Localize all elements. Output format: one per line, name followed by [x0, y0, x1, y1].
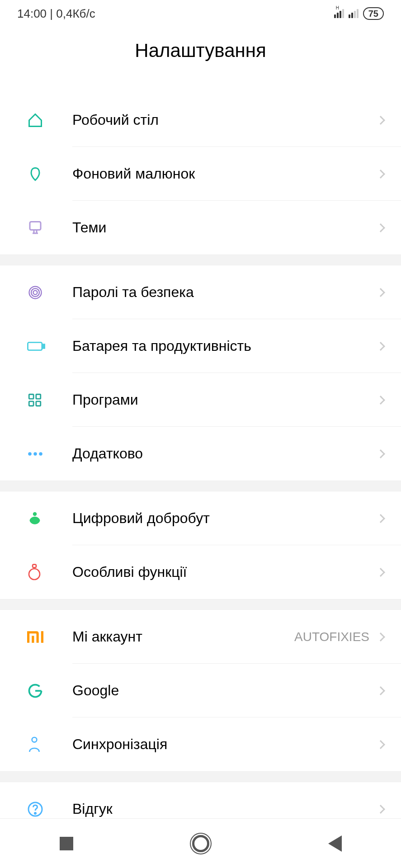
settings-row-sync[interactable]: Синхронізація [0, 717, 401, 771]
svg-rect-14 [33, 564, 36, 567]
google-icon [27, 683, 72, 699]
status-speed: 0,4Кб/с [56, 7, 95, 20]
wellbeing-icon [27, 511, 72, 526]
special-icon [27, 564, 72, 581]
svg-point-13 [33, 512, 37, 516]
chevron-right-icon [376, 686, 385, 695]
chevron-right-icon [376, 396, 385, 405]
svg-point-15 [29, 569, 40, 580]
svg-rect-9 [36, 401, 41, 406]
status-time: 14:00 [17, 7, 47, 20]
recent-apps-button[interactable] [60, 837, 73, 850]
chevron-right-icon [376, 288, 385, 297]
settings-row-google[interactable]: Google [0, 664, 401, 717]
row-label: Відгук [72, 801, 377, 817]
battery-icon: 75 [363, 7, 384, 20]
svg-rect-5 [42, 344, 44, 348]
sync-icon [27, 736, 72, 753]
row-label: Google [72, 682, 377, 699]
page-header: Налаштування [0, 27, 401, 80]
svg-rect-4 [28, 342, 42, 350]
status-left: 14:00 | 0,4Кб/с [17, 7, 95, 21]
settings-group: Робочий стілФоновий малюнокТеми [0, 93, 401, 255]
settings-group: Цифровий добробутОсобливі функції [0, 491, 401, 599]
chevron-right-icon [376, 632, 385, 642]
settings-group: Мі аккаунтAUTOFIXIESGoogleСинхронізація [0, 610, 401, 771]
row-label: Фоновий малюнок [72, 165, 377, 182]
fingerprint-icon [27, 284, 72, 301]
settings-row-themes[interactable]: Теми [0, 201, 401, 255]
svg-point-18 [32, 737, 37, 742]
svg-point-20 [35, 812, 36, 814]
chevron-right-icon [376, 449, 385, 458]
row-label: Цифровий добробут [72, 510, 377, 527]
settings-row-additional[interactable]: Додатково [0, 427, 401, 481]
row-label: Мі аккаунт [72, 628, 294, 645]
settings-row-security[interactable]: Паролі та безпека [0, 265, 401, 319]
settings-list[interactable] [0, 80, 401, 93]
settings-row-wellbeing[interactable]: Цифровий добробут [0, 491, 401, 545]
row-label: Програми [72, 392, 377, 408]
feedback-icon [27, 801, 72, 817]
svg-rect-8 [29, 401, 33, 406]
apps-icon [27, 392, 72, 408]
signal-icon-2 [349, 9, 359, 18]
row-label: Додатково [72, 445, 377, 462]
back-button[interactable] [328, 835, 342, 852]
svg-point-11 [33, 452, 37, 456]
chevron-right-icon [376, 342, 385, 351]
svg-point-2 [31, 288, 39, 297]
settings-row-special[interactable]: Особливі функції [0, 545, 401, 599]
row-label: Робочий стіл [72, 112, 377, 128]
svg-point-12 [39, 452, 42, 456]
wallpaper-icon [27, 166, 72, 182]
row-label: Особливі функції [72, 564, 377, 580]
settings-row-mi-account[interactable]: Мі аккаунтAUTOFIXIES [0, 610, 401, 664]
battery-icon [27, 340, 72, 353]
home-button[interactable] [192, 835, 209, 852]
settings-row-wallpaper[interactable]: Фоновий малюнок [0, 147, 401, 201]
chevron-right-icon [376, 805, 385, 814]
settings-row-home[interactable]: Робочий стіл [0, 93, 401, 147]
themes-icon [27, 220, 72, 236]
svg-rect-0 [30, 222, 41, 230]
row-label: Батарея та продуктивність [72, 338, 377, 354]
row-label: Синхронізація [72, 736, 377, 753]
home-icon [27, 112, 72, 128]
svg-rect-7 [36, 394, 41, 399]
svg-rect-17 [41, 631, 43, 643]
row-value: AUTOFIXIES [294, 630, 369, 644]
svg-rect-6 [29, 394, 33, 399]
signal-icon-1: H [334, 9, 344, 18]
settings-row-apps[interactable]: Програми [0, 373, 401, 427]
more-icon [27, 451, 72, 457]
chevron-right-icon [376, 568, 385, 577]
svg-point-10 [28, 452, 32, 456]
row-label: Паролі та безпека [72, 284, 377, 301]
svg-rect-16 [32, 636, 34, 642]
settings-row-battery[interactable]: Батарея та продуктивність [0, 319, 401, 373]
chevron-right-icon [376, 170, 385, 179]
svg-point-3 [33, 290, 38, 294]
chevron-right-icon [376, 116, 385, 125]
row-label: Теми [72, 219, 377, 236]
status-right: H 75 [334, 7, 384, 20]
status-bar: 14:00 | 0,4Кб/с H 75 [0, 0, 401, 27]
mi-icon [27, 631, 72, 643]
page-title: Налаштування [0, 40, 401, 61]
chevron-right-icon [376, 223, 385, 232]
chevron-right-icon [376, 514, 385, 523]
chevron-right-icon [376, 740, 385, 749]
navigation-bar [0, 818, 401, 868]
settings-group: Паролі та безпекаБатарея та продуктивніс… [0, 265, 401, 481]
